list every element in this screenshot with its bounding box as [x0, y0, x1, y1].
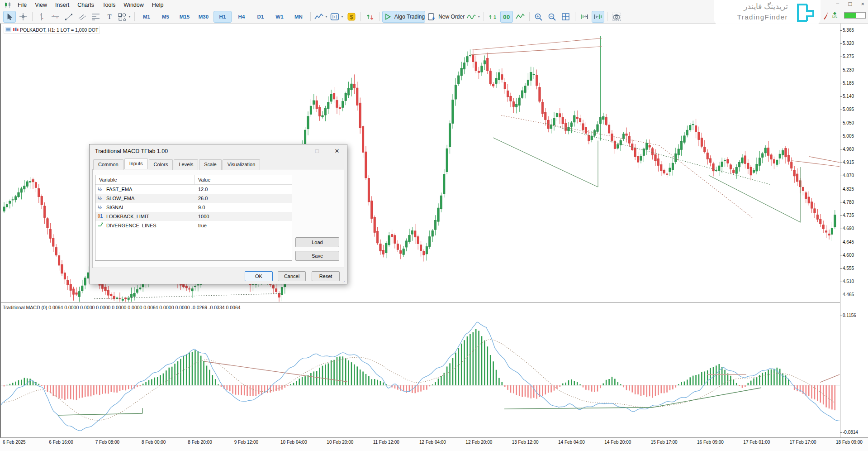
window-restore-icon[interactable]: □ — [849, 0, 852, 7]
bars-00-icon: 00 — [502, 12, 512, 21]
tick-chart-button[interactable]: 1 — [487, 11, 499, 23]
candle-chart-dropdown-icon[interactable]: ▼ — [341, 15, 344, 18]
algo-trading-button[interactable]: Algo Trading — [382, 11, 425, 23]
horizontal-line-button[interactable] — [49, 11, 62, 23]
dialog-minimize-icon[interactable]: − — [287, 144, 307, 158]
param-name: DIVERGENCE_LINES — [106, 221, 157, 230]
tab-common[interactable]: Common — [93, 159, 123, 170]
zoom-in-button[interactable] — [532, 11, 545, 23]
text-button[interactable]: T — [103, 11, 116, 23]
tab-inputs[interactable]: Inputs — [124, 158, 148, 169]
menu-item-help[interactable]: Help — [148, 1, 168, 9]
menu-item-file[interactable]: File — [14, 1, 31, 9]
save-button[interactable]: Save — [295, 251, 339, 261]
new-order-button[interactable]: New Order — [426, 11, 465, 23]
svg-text:1: 1 — [493, 14, 496, 20]
cursor-button[interactable] — [3, 11, 16, 23]
window-minimize-icon[interactable]: − — [836, 0, 840, 7]
cancel-button[interactable]: Cancel — [278, 271, 306, 281]
shapes-button[interactable]: ▼ — [117, 11, 132, 23]
toolbar-separator — [360, 12, 361, 21]
tab-scale[interactable]: Scale — [199, 159, 222, 170]
timeframe-tf-W1-button[interactable]: W1 — [270, 11, 289, 23]
shift-end-button[interactable] — [578, 11, 591, 23]
candle-chart-button[interactable]: ▼ — [329, 11, 344, 23]
app-logo-icon — [2, 1, 14, 9]
time-tick-label: 9 Feb 12:00 — [234, 440, 258, 445]
timeframe-tf-M30-button[interactable]: M30 — [194, 11, 213, 23]
toolbar-separator — [379, 12, 379, 21]
dialog-resize-grip[interactable]: ⋰ — [342, 279, 346, 283]
crosshair-icon — [18, 12, 28, 21]
indicator-wave-dropdown-icon[interactable]: ▼ — [477, 15, 480, 18]
quotes-dollar-button[interactable]: $ — [345, 11, 358, 23]
screenshot-button[interactable] — [610, 11, 623, 23]
tab-levels[interactable]: Levels — [174, 159, 198, 170]
menu-item-charts[interactable]: Charts — [73, 1, 98, 9]
param-value[interactable]: 9.0 — [198, 203, 205, 212]
shapes-dropdown-icon[interactable]: ▼ — [128, 15, 131, 18]
timeframe-tf-M1-button[interactable]: M1 — [138, 11, 156, 23]
load-button[interactable]: Load — [295, 237, 339, 247]
reset-button[interactable]: Reset — [312, 271, 340, 281]
price-tick-label: 4.645 — [843, 240, 854, 245]
lvl-indicator: ◆LVL — [832, 11, 837, 19]
price-axis[interactable]: 5.3655.3205.2755.2305.1855.1405.0955.050… — [840, 24, 868, 437]
auto-scroll-button[interactable] — [592, 11, 604, 23]
price-tick-label: 4.960 — [843, 147, 854, 152]
macd-chart-svg[interactable] — [0, 312, 840, 437]
param-value[interactable]: 26.0 — [198, 194, 208, 203]
param-row-FAST_EMA[interactable]: ½FAST_EMA12.0 — [95, 185, 292, 194]
menu-item-window[interactable]: Window — [119, 1, 147, 9]
param-value[interactable]: 1000 — [198, 212, 209, 221]
menu-item-insert[interactable]: Insert — [51, 1, 73, 9]
param-value[interactable]: 12.0 — [198, 185, 208, 194]
price-tick-label: 4.555 — [843, 266, 854, 271]
bars-00-button[interactable]: 00 — [500, 11, 513, 23]
menu-item-view[interactable]: View — [31, 1, 51, 9]
toolbar-separator — [310, 12, 311, 21]
crosshair-button[interactable] — [17, 11, 29, 23]
param-row-SIGNAL[interactable]: ½SIGNAL9.0 — [95, 203, 292, 212]
zoom-out-button[interactable] — [546, 11, 559, 23]
timeframe-tf-M5-button[interactable]: M5 — [157, 11, 175, 23]
tab-colors[interactable]: Colors — [149, 159, 173, 170]
tile-windows-button[interactable] — [560, 11, 572, 23]
channel-button[interactable] — [76, 11, 89, 23]
window-close-icon[interactable]: × — [861, 0, 864, 7]
line-chart-dropdown-icon[interactable]: ▼ — [325, 15, 328, 18]
indicator-wave-icon — [466, 12, 476, 21]
param-name: LOOKBACK_LIMIT — [106, 212, 149, 221]
timeframe-tf-D1-button[interactable]: D1 — [251, 11, 270, 23]
timeframe-tf-H1-button[interactable]: H1 — [213, 11, 232, 23]
buy-sell-arrows-button[interactable] — [364, 11, 376, 23]
level-progress-bar — [844, 12, 866, 19]
indicator-wave-button[interactable]: ▼ — [466, 11, 481, 23]
timeframe-tf-MN-button[interactable]: MN — [289, 11, 308, 23]
menu-item-tools[interactable]: Tools — [98, 1, 119, 9]
ok-button[interactable]: OK — [245, 271, 273, 281]
param-row-DIVERGENCE_LINES[interactable]: DIVERGENCE_LINEStrue — [95, 221, 292, 230]
cursor-icon — [5, 12, 14, 21]
vertical-line-button[interactable] — [35, 11, 48, 23]
timeframe-tf-M15-button[interactable]: M15 — [175, 11, 194, 23]
algo-trading-label: Algo Trading — [394, 14, 425, 20]
price-tick-label: 4.915 — [843, 160, 854, 165]
dialog-maximize-icon[interactable]: □ — [307, 144, 327, 158]
param-value[interactable]: true — [198, 221, 207, 230]
time-tick-label: 10 Feb 20:00 — [327, 440, 353, 445]
dialog-close-icon[interactable]: ✕ — [327, 144, 347, 158]
param-row-LOOKBACK_LIMIT[interactable]: 01LOOKBACK_LIMIT1000 — [95, 212, 292, 221]
chart-list-icon — [5, 27, 11, 32]
time-axis[interactable]: 6 Feb 20256 Feb 16:007 Feb 08:008 Feb 00… — [0, 437, 868, 451]
trendline-button[interactable] — [62, 11, 75, 23]
new-order-icon — [427, 12, 436, 21]
tab-visualization[interactable]: Visualization — [223, 159, 261, 170]
timeframe-tf-H4-button[interactable]: H4 — [232, 11, 251, 23]
line-chart-button[interactable]: ▼ — [313, 11, 328, 23]
fibonacci-button[interactable] — [90, 11, 102, 23]
param-type-half-icon: ½ — [98, 185, 106, 194]
param-row-SLOW_EMA[interactable]: ½SLOW_EMA26.0 — [95, 194, 292, 203]
zigzag-button[interactable] — [514, 11, 526, 23]
price-tick-label: 4.600 — [843, 253, 854, 258]
